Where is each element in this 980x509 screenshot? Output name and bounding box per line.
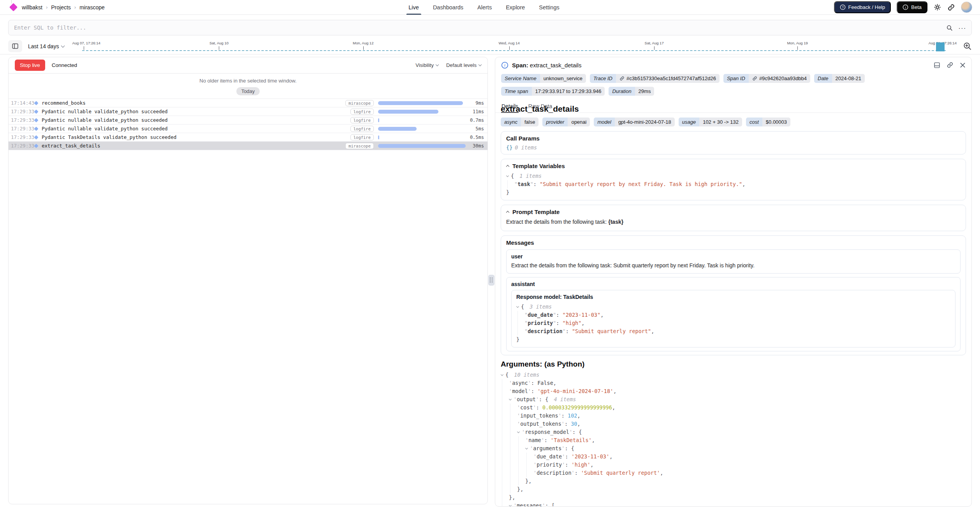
copy-link-icon[interactable]	[947, 61, 954, 68]
token-str: 'gpt-4o-mini-2024-07-18'	[537, 387, 613, 395]
tab-explore[interactable]: Explore	[506, 0, 525, 15]
indent-guide	[502, 412, 509, 420]
visibility-dropdown[interactable]: Visibility	[415, 62, 438, 68]
collapse-chevron-icon[interactable]	[506, 165, 509, 168]
token-brace: [	[552, 502, 555, 506]
visibility-label: Visibility	[415, 62, 434, 68]
close-icon[interactable]	[960, 62, 966, 68]
token-punc: :	[565, 420, 571, 428]
log-duration: 30ms	[466, 143, 487, 149]
token-note: 10 items	[514, 371, 539, 379]
span-details-content: extract_task_details asyncfalseprovidero…	[495, 99, 971, 506]
meta-chip-date: Date2024-08-21	[814, 74, 865, 83]
log-row[interactable]: 17:29:33extract_task_detailsmirascope30m…	[9, 142, 487, 150]
indent-guide	[502, 502, 509, 506]
chevron-down-icon	[479, 63, 482, 66]
token-key: priority	[528, 319, 553, 327]
zoom-in-icon[interactable]	[963, 42, 972, 51]
log-message: Pydantic TaskDetails validate_python suc…	[42, 134, 350, 140]
tree-caret-icon[interactable]	[517, 430, 520, 433]
beta-button[interactable]: i Beta	[897, 1, 927, 13]
nav-right-cluster: ? Feedback / Help i Beta	[834, 1, 972, 13]
token-punc: :	[536, 404, 542, 412]
theme-toggle-icon[interactable]	[933, 3, 941, 11]
tab-dashboards[interactable]: Dashboards	[433, 0, 463, 15]
share-link-icon[interactable]	[947, 4, 955, 11]
connection-status: Connected	[52, 62, 77, 68]
token-q: "	[530, 180, 533, 188]
user-avatar[interactable]	[961, 2, 972, 13]
feedback-help-button[interactable]: ? Feedback / Help	[834, 1, 891, 13]
indent-guide	[510, 428, 517, 436]
token-pkey: name	[528, 436, 541, 444]
timeline[interactable]: Aug 07, 17:26:14Sat, Aug 10Mon, Aug 12We…	[72, 38, 957, 54]
breadcrumb-item-willbakst[interactable]: willbakst	[22, 4, 42, 11]
tree-caret-icon[interactable]	[516, 305, 519, 308]
breadcrumb-item-Projects[interactable]: Projects	[51, 4, 71, 11]
token-str: "Submit quarterly report by next Friday.…	[540, 180, 742, 188]
tree-caret-icon[interactable]	[525, 447, 528, 449]
tree-line: },	[501, 485, 966, 493]
token-q: '	[542, 502, 545, 506]
log-row[interactable]: 17:14:43recommend_booksmirascope9ms	[9, 99, 487, 107]
log-row[interactable]: 17:29:33Pydantic nullable validate_pytho…	[9, 125, 487, 133]
timeline-selection-window[interactable]	[936, 42, 945, 51]
collapse-chevron-icon[interactable]	[506, 211, 509, 214]
panel-resize-handle[interactable]	[488, 275, 494, 286]
timeline-tick-label: Mon, Aug 19	[787, 41, 808, 45]
more-options-icon[interactable]: ...	[959, 23, 966, 32]
tree-caret-icon[interactable]	[506, 174, 509, 177]
sidebar-toggle-button[interactable]	[8, 40, 22, 52]
indent-guide	[502, 461, 509, 469]
token-punc: ,	[590, 461, 593, 469]
tab-settings[interactable]: Settings	[539, 0, 559, 15]
chip-value[interactable]: #9c942620aa93dbb4	[749, 74, 810, 83]
tab-alerts[interactable]: Alerts	[477, 0, 492, 15]
token-brace: {	[505, 371, 512, 379]
tree-line: 'priority': 'high',	[501, 461, 966, 469]
dock-panel-bottom-icon[interactable]	[934, 62, 940, 68]
duration-bar	[378, 110, 438, 114]
token-str: "2023-11-03"	[563, 311, 601, 319]
tree-line: 'async': False,	[501, 379, 966, 387]
log-row[interactable]: 17:29:33Pydantic nullable validate_pytho…	[9, 116, 487, 125]
tab-live[interactable]: Live	[408, 0, 419, 15]
tree-caret-icon[interactable]	[509, 504, 512, 506]
sql-filter-input[interactable]	[8, 20, 972, 35]
logo-tick	[11, 0, 12, 4]
stop-live-button[interactable]: Stop live	[15, 60, 45, 71]
tree-line: },	[501, 477, 966, 485]
chip-value: openai	[568, 118, 590, 126]
tree-caret-icon[interactable]	[501, 373, 503, 376]
assistant-role-label: assistant	[511, 281, 955, 287]
svg-text:?: ?	[842, 5, 844, 9]
log-row-list: 17:14:43recommend_booksmirascope9ms17:29…	[9, 98, 487, 150]
tree-caret-icon[interactable]	[509, 398, 512, 400]
indent-guide	[502, 379, 509, 387]
log-row[interactable]: 17:29:33Pydantic TaskDetails validate_py…	[9, 133, 487, 142]
token-punc: :	[531, 379, 537, 387]
log-row[interactable]: 17:29:33Pydantic nullable validate_pytho…	[9, 107, 487, 116]
span-diamond-icon	[34, 144, 38, 148]
chip-value[interactable]: #c3b5157330ea5c1fd4572747af512d26	[616, 74, 720, 83]
indent-guide	[526, 469, 533, 477]
chip-value: 29ms	[635, 87, 655, 96]
attr-chip-provider: provideropenai	[542, 118, 590, 126]
token-punc: :	[545, 502, 551, 506]
token-pkey: priority	[537, 461, 562, 469]
tree-line: 'input_tokens': 102,	[501, 412, 966, 420]
default-levels-dropdown[interactable]: Default levels	[446, 62, 481, 68]
chip-value-text: #c3b5157330ea5c1fd4572747af512d26	[626, 76, 716, 81]
time-range-dropdown[interactable]: Last 14 days	[28, 43, 64, 49]
indent-guide	[502, 477, 509, 485]
log-timestamp: 17:29:33	[9, 109, 33, 114]
token-q: '	[561, 444, 565, 453]
chip-label: Time span	[501, 87, 532, 96]
search-icon[interactable]	[946, 25, 953, 31]
logfire-logo-icon[interactable]	[9, 3, 18, 11]
response-model-tree: { 3 items"due_date": "2023-11-03","prior…	[516, 303, 950, 344]
response-model-card: Response model: TaskDetails { 3 items"du…	[511, 290, 955, 348]
breadcrumb-item-mirascope[interactable]: mirascope	[79, 4, 105, 11]
tree-line: { 10 items	[501, 371, 966, 379]
token-q: "	[524, 311, 528, 319]
